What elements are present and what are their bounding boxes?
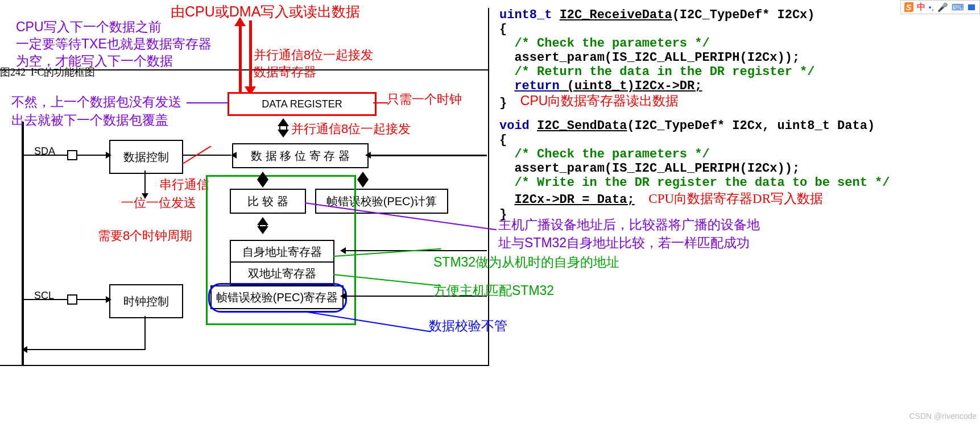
label-green-match: 方便主机匹配STM32 <box>433 282 554 300</box>
code-send-sig: void I2C_SendData(I2C_TypeDef* I2Cx, uin… <box>499 119 977 133</box>
box-shift: 数 据 移 位 寄 存 器 <box>232 143 369 168</box>
label-blue-ignore: 数据校验不管 <box>429 317 507 335</box>
sda-label: SDA <box>34 146 55 157</box>
label-read: CPU向数据寄存器读出数据 <box>520 93 679 108</box>
cc-down <box>144 316 146 350</box>
blue-outline <box>208 283 347 313</box>
code-wrc: /* Write in the DR register the data to … <box>499 176 977 190</box>
p-conn-1 <box>187 102 229 103</box>
label-serial: 串行通信 <box>159 176 209 193</box>
shift-right-line <box>367 155 487 156</box>
label-pcmp-b: 址与STM32自身地址比较，若一样匹配成功 <box>498 234 750 252</box>
label-par2: 数据寄存器 <box>254 64 316 81</box>
dbl-arrow-3 <box>357 166 369 189</box>
label-only-clk: 只需一个时钟 <box>387 91 462 108</box>
ime-kbd-icon[interactable]: ⌨ <box>952 2 964 13</box>
ime-lang[interactable]: 中 <box>917 2 925 13</box>
ime-badge[interactable]: S 中 •, 🎤 ⌨ ⯀ <box>900 0 980 14</box>
label-top-red: 由CPU或DMA写入或读出数据 <box>171 2 360 21</box>
box-clk-ctrl: 时钟控制 <box>109 284 183 318</box>
bus-vertical <box>22 122 24 365</box>
scl-pin <box>67 294 77 305</box>
scl-label: SCL <box>34 290 54 302</box>
brace-close-1: } <box>499 96 507 110</box>
label-8clk: 需要8个时钟周期 <box>98 227 192 244</box>
label-par1: 并行通信8位一起接发 <box>254 47 373 64</box>
red-arrow-down <box>249 20 252 92</box>
label-p2a: 不然，上一个数据包没有发送 <box>11 93 181 111</box>
code-assert2: assert_param(IS_I2C_ALL_PERIPH(I2Cx)); <box>499 161 977 176</box>
frame-bot <box>0 365 489 366</box>
label-p1b: 一定要等待TXE也就是数据寄存器 <box>16 35 212 53</box>
figure-caption: 图242 I²C的功能框图 <box>0 65 95 79</box>
ime-punct[interactable]: •, <box>929 2 934 12</box>
label-par3: 并行通信8位一起接发 <box>291 120 411 138</box>
label-p2b: 出去就被下一个数据包覆盖 <box>11 111 168 129</box>
label-write: CPU向数据寄存器DR写入数据 <box>648 192 823 206</box>
dbl-arrow-1 <box>278 113 289 143</box>
cc-left <box>24 349 146 350</box>
box-data-control: 数据控制 <box>109 140 183 174</box>
sda-pin <box>67 150 77 160</box>
box-data-register: DATA REGISTER <box>228 92 377 116</box>
r-conn-onlyclk <box>373 102 388 103</box>
ime-mic-icon[interactable]: 🎤 <box>937 2 948 13</box>
dbl-arrow-4 <box>257 211 268 240</box>
code-ret: return (uint8_t)I2Cx->DR; <box>499 79 977 93</box>
red-arrow-up <box>239 20 242 92</box>
code-chk1: /* Check the parameters */ <box>499 36 977 51</box>
code-wr: I2Cx->DR = Data; CPU向数据寄存器DR写入数据 <box>499 190 977 207</box>
brace-close-2: } <box>499 207 977 222</box>
code-panel: uint8_t I2C_ReceiveData(I2C_TypeDef* I2C… <box>499 8 977 222</box>
brace-open-2: { <box>499 133 977 147</box>
frame-left <box>488 8 489 366</box>
label-green-slave: STM32做为从机时的自身的地址 <box>433 253 619 271</box>
label-onebit: 一位一位发送 <box>121 194 196 211</box>
code-assert1: assert_param(IS_I2C_ALL_PERIPH(I2Cx)); <box>499 51 977 65</box>
dc-shift-line <box>182 155 231 156</box>
label-p1a: CPU写入下一个数据之前 <box>16 18 162 36</box>
brace-open-1: { <box>499 22 977 36</box>
ime-s-icon: S <box>904 2 913 12</box>
dc-down <box>144 171 146 197</box>
watermark: CSDN @rivencode <box>909 411 977 421</box>
code-chk2: /* Check the parameters */ <box>499 147 977 161</box>
dbl-arrow-2 <box>257 166 268 189</box>
code-retc: /* Return the data in the DR register */ <box>499 65 977 79</box>
ime-more-icon[interactable]: ⯀ <box>967 2 976 12</box>
